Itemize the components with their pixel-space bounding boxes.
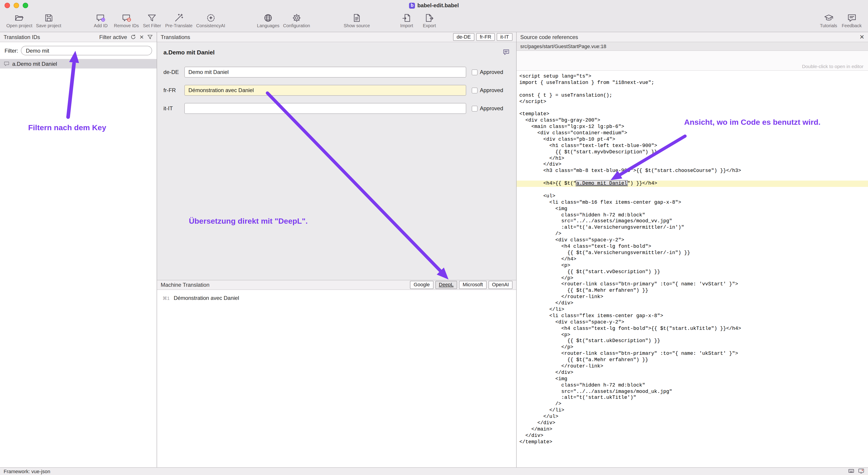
filter-input[interactable] bbox=[21, 46, 152, 55]
translation-input-fr-FR[interactable] bbox=[184, 85, 466, 96]
code-line: <li class="flex items-center gap-x-8"> bbox=[519, 313, 868, 319]
window-title-wrap: b babel-edit.babel bbox=[0, 2, 868, 9]
source-icon bbox=[352, 13, 362, 23]
code-line: {{ $t("start.myvbvDescription") }} bbox=[519, 149, 868, 156]
source-file-reference[interactable]: src/pages/start/GuestStartPage.vue:18 bbox=[517, 42, 868, 51]
language-tag-fr-FR[interactable]: fr-FR bbox=[476, 33, 495, 41]
screen-recording-icon[interactable] bbox=[858, 468, 864, 475]
source-file-path: src/pages/start/GuestStartPage.vue:18 bbox=[520, 43, 606, 49]
code-line: class="hidden h-72 md:block" bbox=[519, 382, 868, 388]
translation-key-reference[interactable]: a.Demo mit Daniel bbox=[576, 180, 627, 186]
code-line: {{ $t("a.Mehr erfahren") }} bbox=[519, 288, 868, 294]
statusbar-icons bbox=[848, 468, 864, 475]
code-line: </ul> bbox=[519, 414, 868, 420]
code-line: </template> bbox=[519, 439, 868, 445]
refresh-filter-icon[interactable] bbox=[130, 34, 136, 40]
translation-id-list[interactable]: a.Demo mit Daniel bbox=[0, 59, 157, 467]
toolbar-import-button[interactable]: Import bbox=[395, 13, 418, 28]
code-line: :alt="t('a.Versicherungsvermittler/-in')… bbox=[519, 225, 868, 231]
code-line: <router-link class="btn-primary" :to="{ … bbox=[519, 351, 868, 357]
code-line: </router-link> bbox=[519, 363, 868, 370]
save-icon bbox=[44, 13, 53, 23]
translation-ids-panel: Translation IDs Filter active ✕ Filter: … bbox=[0, 32, 157, 467]
language-tag-it-IT[interactable]: it-IT bbox=[497, 33, 513, 41]
import-icon bbox=[402, 13, 411, 23]
code-line: <div class="pb-10 pt-4"> bbox=[519, 137, 868, 143]
code-line: src="../../assets/images/mood_uk.jpg" bbox=[519, 388, 868, 395]
toolbar-consistency-ai-button[interactable]: ConsistencyAI bbox=[194, 13, 227, 28]
translation-id-item[interactable]: a.Demo mit Daniel bbox=[0, 59, 157, 68]
code-line: <h4 class="text-lg font-bold"> bbox=[519, 244, 868, 250]
language-tag-de-DE[interactable]: de-DE bbox=[453, 33, 474, 41]
filter-row: Filter: bbox=[0, 42, 157, 59]
translations-title: Translations bbox=[161, 34, 190, 40]
toolbar-set-filter-button[interactable]: Set Filter bbox=[141, 13, 163, 28]
framework-label: Framework: vue-json bbox=[4, 469, 50, 474]
translation-id-label: a.Demo mit Daniel bbox=[12, 61, 57, 67]
toolbar-open-project-button[interactable]: Open project bbox=[4, 13, 34, 28]
code-line: <script setup lang="ts"> bbox=[519, 73, 868, 80]
toolbar-show-source-button[interactable]: Show source bbox=[342, 13, 372, 28]
zoom-window-button[interactable] bbox=[23, 3, 28, 8]
code-line: <h1 class="text-left text-blue-900"> bbox=[519, 143, 868, 149]
toolbar-label: Feedback bbox=[842, 23, 862, 28]
code-line: <h3 class="mb-8 text-blue-900">{{ $t("st… bbox=[519, 168, 868, 174]
code-line: </script> bbox=[519, 99, 868, 105]
toolbar-label: ConsistencyAI bbox=[196, 23, 225, 28]
toolbar-save-project-button[interactable]: Save project bbox=[34, 13, 63, 28]
approved-checkbox[interactable] bbox=[472, 87, 477, 93]
language-label: de-DE bbox=[163, 69, 184, 75]
comment-icon[interactable] bbox=[502, 48, 510, 56]
toolbar: Open projectSave projectAdd IDRemove IDs… bbox=[0, 11, 868, 32]
engine-button-deepl[interactable]: DeepL bbox=[435, 281, 457, 289]
toolbar-feedback-button[interactable]: Feedback bbox=[840, 13, 864, 28]
clear-filter-icon[interactable]: ✕ bbox=[140, 34, 144, 40]
toolbar-label: Set Filter bbox=[143, 23, 161, 28]
toolbar-export-button[interactable]: Export bbox=[418, 13, 441, 28]
mt-shortcut-hint: ⌘1 bbox=[162, 296, 169, 301]
toolbar-label: Add ID bbox=[94, 23, 107, 28]
mt-suggestion-row[interactable]: ⌘1 Démonstration avec Daniel bbox=[162, 295, 511, 301]
approved-checkbox[interactable] bbox=[472, 105, 477, 111]
toolbar-tutorials-button[interactable]: Tutorials bbox=[817, 13, 840, 28]
code-line: {{ $t("a.Mehr erfahren") }} bbox=[519, 357, 868, 363]
engine-button-openai[interactable]: OpenAI bbox=[488, 281, 513, 289]
language-tag-buttons: de-DEfr-FRit-IT bbox=[451, 33, 513, 41]
toolbar-languages-button[interactable]: Languages bbox=[255, 13, 281, 28]
statusbar: Framework: vue-json bbox=[0, 467, 868, 475]
wand-icon bbox=[174, 13, 184, 23]
toolbar-label: Export bbox=[423, 23, 436, 28]
engine-button-microsoft[interactable]: Microsoft bbox=[459, 281, 487, 289]
translations-column: Translations de-DEfr-FRit-IT a.Demo mit … bbox=[157, 32, 517, 467]
code-line: /> bbox=[519, 401, 868, 408]
titlebar: b babel-edit.babel bbox=[0, 0, 868, 11]
code-line: </div> bbox=[519, 420, 868, 427]
source-code-view[interactable]: <script setup lang="ts">import { useTran… bbox=[517, 71, 868, 467]
minimize-window-button[interactable] bbox=[13, 3, 19, 8]
filter-label: Filter: bbox=[4, 47, 18, 54]
keyboard-shortcuts-icon[interactable] bbox=[848, 468, 855, 475]
bubble-icon bbox=[4, 61, 9, 67]
source-references-header: Source code references ✕ bbox=[517, 32, 868, 42]
engine-button-google[interactable]: Google bbox=[410, 281, 433, 289]
code-line: const { t } = useTranslation(); bbox=[519, 92, 868, 99]
close-panel-icon[interactable]: ✕ bbox=[859, 34, 864, 40]
close-window-button[interactable] bbox=[4, 3, 10, 8]
editor-hint-bar: Double-click to open in editor bbox=[517, 51, 868, 71]
translation-input-it-IT[interactable] bbox=[184, 103, 466, 114]
translation-input-de-DE[interactable] bbox=[184, 67, 466, 77]
code-line: <p> bbox=[519, 332, 868, 338]
toolbar-remove-ids-button[interactable]: Remove IDs bbox=[112, 13, 141, 28]
code-line: </li> bbox=[519, 307, 868, 313]
toolbar-pre-translate-button[interactable]: Pre-Translate bbox=[163, 13, 194, 28]
approved-checkbox[interactable] bbox=[472, 69, 477, 75]
babeledit-window: b babel-edit.babel Open projectSave proj… bbox=[0, 0, 868, 475]
toolbar-label: Show source bbox=[344, 23, 370, 28]
toolbar-configuration-button[interactable]: Configuration bbox=[281, 13, 312, 28]
language-label: fr-FR bbox=[163, 87, 184, 94]
filter-icon[interactable] bbox=[147, 34, 153, 40]
translations-section: Translations de-DEfr-FRit-IT a.Demo mit … bbox=[157, 32, 516, 280]
tutorials-icon bbox=[824, 13, 833, 23]
toolbar-add-id-button[interactable]: Add ID bbox=[89, 13, 112, 28]
translation-row-de-DE: de-DEApproved bbox=[163, 67, 510, 77]
